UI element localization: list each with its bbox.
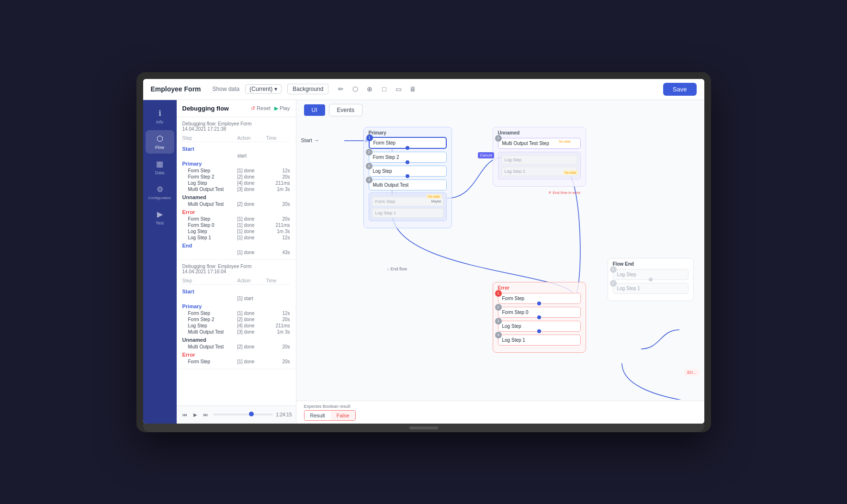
node-log-step[interactable]: 3 Log Step	[369, 166, 447, 177]
unnamed-group-label: Unnamed	[498, 130, 520, 135]
monitor-icon[interactable]: 🖥	[408, 84, 418, 94]
node-error-log-step[interactable]: 3 Log Step	[498, 321, 581, 332]
run-info-1: Debugging flow: Employee Form 14.04.2021…	[182, 121, 290, 132]
start-text: Start	[301, 137, 312, 143]
timeline-time: 1:24:15	[276, 412, 292, 417]
sidebar-item-data[interactable]: ▦ Data	[146, 156, 174, 179]
step-row: Log Step [4] done 211ms	[182, 323, 290, 329]
expected-label: Expectes Boolean result	[304, 404, 697, 409]
error-end-label: Err...	[684, 369, 699, 376]
background-button[interactable]: Background	[287, 84, 328, 94]
current-select[interactable]: (Current) ▾	[245, 84, 282, 94]
data-icon: ▦	[156, 159, 163, 168]
info-icon: ℹ	[158, 109, 161, 118]
result-pill: Result False	[304, 410, 356, 421]
skip-back-button[interactable]: ⏮	[181, 410, 189, 419]
show-data-label: Show data	[213, 86, 240, 92]
flow-canvas[interactable]: UI Events	[296, 100, 704, 424]
section-start-1: Start	[182, 144, 290, 153]
nav-label-config: Configuration	[148, 196, 171, 200]
node-error-form-step[interactable]: 1 Form Step	[498, 293, 581, 304]
sidebar-item-test[interactable]: ▶ Test	[146, 206, 174, 229]
primary-sub-error: No data Maybe Form Step Log Step 1	[369, 192, 447, 221]
skip-forward-button[interactable]: ⏭	[202, 410, 210, 419]
step-row: start	[182, 153, 290, 159]
tab-events[interactable]: Events	[329, 104, 363, 116]
result-bar: Expectes Boolean result Result False	[296, 401, 704, 424]
node-form-step-2[interactable]: 2 Form Step 2	[369, 152, 447, 163]
timeline-thumb	[249, 412, 254, 416]
timeline-track[interactable]	[213, 414, 273, 415]
step-row: Form Step [1] done 20s	[182, 358, 290, 365]
reset-icon: ↺	[251, 105, 255, 112]
debug-title: Debugging flow	[182, 105, 229, 112]
sidebar-item-config[interactable]: ⚙ Configuration	[146, 181, 174, 204]
step-row: Log Step [4] done 211ms	[182, 180, 290, 186]
sidebar-item-info[interactable]: ℹ Info	[146, 105, 174, 128]
step-row: [1] done 43s	[182, 249, 290, 256]
result-label: Result	[305, 411, 331, 420]
section-end-1: End	[182, 241, 290, 249]
section-error-2: Error	[182, 350, 290, 358]
reset-button[interactable]: ↺ Reset	[251, 105, 271, 112]
run-block-1: Debugging flow: Employee Form 14.04.2021…	[177, 117, 296, 260]
node-log-step-unnamed: Log Step	[501, 155, 577, 165]
result-value: False	[331, 411, 355, 420]
end-flow-error-label: ✕ End flow in error	[548, 190, 580, 195]
section-unnamed-1: Unnamed	[182, 192, 290, 201]
flow-icon: ⬡	[157, 134, 163, 143]
flow-area: Start → Primary 1 Form Step	[296, 119, 704, 400]
node-error-log-step-1[interactable]: 4 Log Step 1	[498, 335, 581, 346]
node-flowend-log-step: 1 Log Step	[613, 269, 689, 280]
node-error-form-step-0[interactable]: 2 Form Step 0	[498, 307, 581, 318]
run-info-2: Debugging flow: Employee Form 14.04.2021…	[182, 264, 290, 274]
step-row: Multi Output Test [2] done 20s	[182, 201, 290, 207]
nav-label-info: Info	[156, 120, 163, 124]
nav-label-flow: Flow	[155, 145, 164, 150]
step-row: Form Step 0 [1] done 211ms	[182, 222, 290, 228]
app-title: Employee Form	[151, 85, 201, 93]
play-icon: ▶	[274, 105, 278, 112]
globe-icon[interactable]: ⊕	[365, 84, 374, 94]
step-row: Log Step 1 [1] done 12s	[182, 235, 290, 241]
step-row: Multi Output Test [2] done 20s	[182, 344, 290, 350]
save-button[interactable]: Save	[663, 83, 697, 96]
debug-panel: Debugging flow ↺ Reset ▶ Play	[177, 100, 296, 424]
timeline-controls: ⏮ ▶ ⏭	[181, 410, 210, 419]
node-multi-output-test-step[interactable]: 2 Multi Output Test Step No data	[498, 138, 581, 149]
node-form-step[interactable]: 1 Form Step	[369, 137, 447, 149]
layers-icon[interactable]: ⬡	[350, 84, 360, 94]
node-multi-output-test[interactable]: 4 Multi Output Test	[369, 179, 447, 190]
step-row: Form Step [1] done 12s	[182, 168, 290, 174]
step-row: Multi Output Test [3] done 1m 3s	[182, 329, 290, 335]
play-button[interactable]: ▶ Play	[274, 105, 290, 112]
section-primary-1: Primary	[182, 159, 290, 168]
top-bar: Employee Form Show data (Current) ▾ Back…	[143, 79, 704, 100]
node-log-step-gray: Log Step 1	[372, 208, 443, 218]
error-group-label: Error	[498, 285, 509, 291]
sidebar-nav: ℹ Info ⬡ Flow ▦ Data ⚙ Configuration ▶	[143, 100, 177, 424]
test-icon: ▶	[157, 210, 163, 219]
sidebar-item-flow[interactable]: ⬡ Flow	[146, 130, 174, 154]
play-timeline-button[interactable]: ▶	[191, 410, 200, 419]
toolbar-icons: ✏ ⬡ ⊕ □ ▭ 🖥	[336, 84, 418, 94]
run-table-header-2: Step Action Time	[182, 277, 290, 285]
section-unnamed-2: Unnamed	[182, 335, 290, 344]
error-group: Error 1 Form Step 2 Form Step 0 3	[493, 282, 586, 353]
square-icon[interactable]: □	[379, 84, 389, 94]
debug-actions: ↺ Reset ▶ Play	[251, 105, 290, 112]
primary-group: Primary 1 Form Step 2 Form Step 2	[363, 127, 452, 228]
end-flow-label: ↓ End flow	[387, 267, 407, 271]
pen-icon[interactable]: ✏	[336, 84, 346, 94]
timeline-bar: ⏮ ▶ ⏭ 1:24:15	[177, 405, 296, 424]
debug-content: Debugging flow: Employee Form 14.04.2021…	[177, 117, 296, 405]
tab-ui[interactable]: UI	[304, 104, 325, 116]
node-flowend-log-step-1: 2 Log Step 1	[613, 283, 689, 294]
run-table-header: Step Action Time	[182, 134, 290, 142]
rect-icon[interactable]: ▭	[394, 84, 403, 94]
debug-header: Debugging flow ↺ Reset ▶ Play	[177, 100, 296, 117]
canvas-header: UI Events	[296, 100, 704, 120]
step-row: Log Step [1] done 1m 3s	[182, 228, 290, 235]
unnamed-sub: No data Log Step Log Step 2	[498, 152, 581, 179]
nav-label-data: Data	[155, 170, 164, 175]
